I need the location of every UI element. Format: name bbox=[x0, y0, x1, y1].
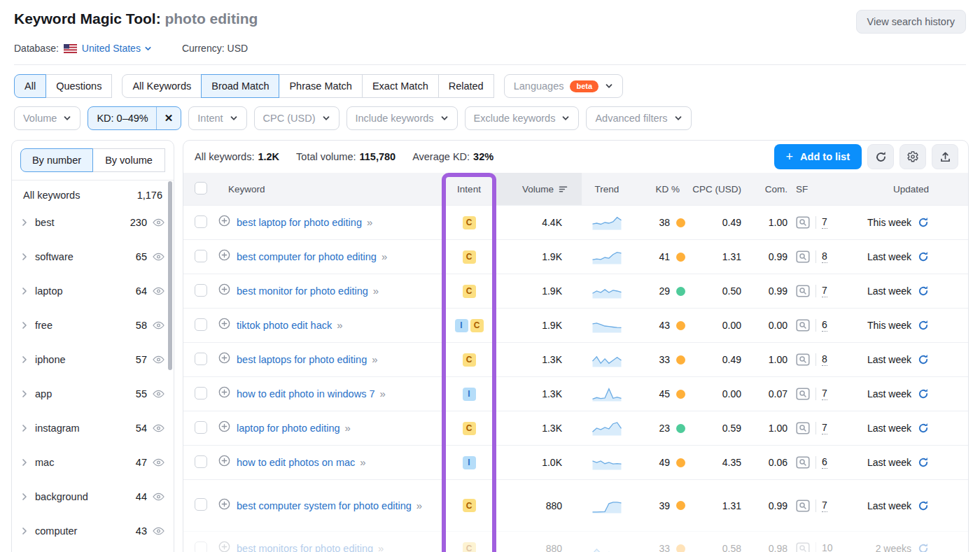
add-keyword-icon[interactable] bbox=[218, 386, 230, 398]
sf-value[interactable]: 7 bbox=[822, 285, 827, 297]
serp-preview-icon[interactable] bbox=[796, 319, 810, 332]
keyword-link[interactable]: how to edit photos on mac bbox=[237, 457, 355, 468]
eye-icon[interactable] bbox=[153, 218, 164, 227]
row-checkbox[interactable] bbox=[195, 387, 207, 399]
refresh-row-icon[interactable] bbox=[918, 457, 929, 468]
add-keyword-icon[interactable] bbox=[218, 455, 230, 467]
expand-keyword-icon[interactable]: » bbox=[360, 456, 365, 468]
refresh-row-icon[interactable] bbox=[918, 354, 929, 365]
serp-preview-icon[interactable] bbox=[796, 388, 810, 400]
row-checkbox[interactable] bbox=[195, 498, 207, 511]
database-selector[interactable]: United States bbox=[82, 43, 152, 54]
eye-icon[interactable] bbox=[153, 355, 164, 364]
keyword-link[interactable]: best computer system for photo editing bbox=[237, 500, 412, 511]
add-keyword-icon[interactable] bbox=[218, 283, 230, 295]
keyword-link[interactable]: best monitor for photo editing bbox=[237, 285, 368, 297]
view-search-history-button[interactable]: View search history bbox=[856, 10, 966, 34]
expand-keyword-icon[interactable]: » bbox=[345, 422, 351, 434]
refresh-row-icon[interactable] bbox=[918, 217, 929, 228]
eye-icon[interactable] bbox=[153, 253, 164, 261]
serp-preview-icon[interactable] bbox=[796, 353, 810, 366]
eye-icon[interactable] bbox=[153, 424, 164, 432]
sidebar-group-item[interactable]: mac 47 bbox=[12, 445, 174, 479]
eye-icon[interactable] bbox=[153, 321, 164, 330]
add-to-list-button[interactable]: + Add to list bbox=[774, 144, 862, 169]
refresh-button[interactable] bbox=[867, 144, 894, 169]
sidebar-group-item[interactable]: iphone 57 bbox=[12, 342, 174, 376]
sidebar-group-item[interactable]: background 44 bbox=[12, 479, 174, 514]
tab-button[interactable]: Broad Match bbox=[201, 74, 279, 98]
settings-gear-button[interactable] bbox=[899, 144, 926, 169]
filter-dropdown[interactable]: Intent bbox=[188, 106, 246, 130]
sf-value[interactable]: 6 bbox=[822, 456, 827, 469]
tab-button[interactable]: Phrase Match bbox=[279, 74, 362, 98]
eye-icon[interactable] bbox=[153, 390, 164, 398]
refresh-row-icon[interactable] bbox=[918, 543, 929, 552]
row-checkbox[interactable] bbox=[195, 353, 207, 365]
refresh-row-icon[interactable] bbox=[918, 285, 929, 297]
keyword-link[interactable]: best monitors for photo editing bbox=[237, 543, 373, 552]
add-keyword-icon[interactable] bbox=[218, 498, 230, 510]
select-all-checkbox[interactable] bbox=[195, 182, 207, 194]
serp-preview-icon[interactable] bbox=[796, 422, 810, 434]
sidebar-group-item[interactable]: software 65 bbox=[12, 239, 174, 274]
keyword-link[interactable]: best laptop for photo editing bbox=[237, 217, 362, 228]
keyword-link[interactable]: best laptops for photo editing bbox=[237, 354, 367, 365]
keyword-link[interactable]: best computer for photo editing bbox=[237, 251, 377, 262]
add-keyword-icon[interactable] bbox=[218, 249, 230, 261]
filter-dropdown[interactable]: Volume bbox=[14, 106, 80, 130]
add-keyword-icon[interactable] bbox=[218, 420, 230, 432]
expand-keyword-icon[interactable]: » bbox=[337, 319, 342, 331]
sf-value[interactable]: 7 bbox=[822, 216, 827, 229]
sidebar-group-item[interactable]: free 58 bbox=[12, 308, 174, 342]
filter-dropdown[interactable]: Exclude keywords bbox=[465, 106, 580, 130]
expand-keyword-icon[interactable]: » bbox=[380, 388, 386, 399]
serp-preview-icon[interactable] bbox=[796, 250, 810, 263]
serp-preview-icon[interactable] bbox=[796, 542, 810, 552]
eye-icon[interactable] bbox=[153, 287, 164, 295]
sidebar-scrollbar[interactable] bbox=[168, 181, 172, 370]
refresh-row-icon[interactable] bbox=[918, 251, 929, 262]
sf-value[interactable]: 8 bbox=[822, 353, 827, 366]
row-checkbox[interactable] bbox=[195, 421, 207, 434]
languages-dropdown[interactable]: Languages beta bbox=[504, 74, 623, 98]
add-keyword-icon[interactable] bbox=[218, 318, 230, 330]
serp-preview-icon[interactable] bbox=[796, 285, 810, 297]
tab-button[interactable]: Exact Match bbox=[362, 74, 439, 98]
keyword-link[interactable]: tiktok photo edit hack bbox=[237, 320, 332, 331]
sf-value[interactable]: 7 bbox=[822, 388, 827, 400]
sf-value[interactable]: 10 bbox=[822, 542, 833, 552]
clear-filter-button[interactable]: ✕ bbox=[156, 107, 181, 129]
expand-keyword-icon[interactable]: » bbox=[367, 216, 372, 228]
serp-preview-icon[interactable] bbox=[796, 500, 810, 512]
row-checkbox[interactable] bbox=[195, 250, 207, 262]
filter-dropdown[interactable]: Include keywords bbox=[346, 106, 458, 130]
keyword-link[interactable]: laptop for photo editing bbox=[237, 423, 340, 434]
sort-toggle-button[interactable]: By volume bbox=[92, 148, 165, 172]
add-keyword-icon[interactable] bbox=[218, 352, 230, 364]
tab-button[interactable]: All Keywords bbox=[122, 74, 202, 98]
sidebar-group-item[interactable]: instagram 54 bbox=[12, 411, 174, 445]
sidebar-group-item[interactable]: best 230 bbox=[12, 205, 174, 239]
sidebar-group-item[interactable]: laptop 64 bbox=[12, 274, 174, 308]
refresh-row-icon[interactable] bbox=[918, 320, 929, 331]
tab-button[interactable]: Related bbox=[438, 74, 494, 98]
serp-preview-icon[interactable] bbox=[796, 216, 810, 229]
export-button[interactable] bbox=[932, 144, 958, 169]
filter-dropdown[interactable]: KD: 0–49% ✕ bbox=[88, 106, 181, 130]
keyword-link[interactable]: how to edit photo in windows 7 bbox=[237, 388, 375, 399]
add-keyword-icon[interactable] bbox=[218, 215, 230, 227]
sidebar-item-all-keywords[interactable]: All keywords 1,176 bbox=[12, 181, 174, 205]
sidebar-group-item[interactable]: app 55 bbox=[12, 376, 174, 411]
column-header-volume[interactable]: Volume bbox=[492, 173, 582, 205]
eye-icon[interactable] bbox=[153, 527, 164, 535]
row-checkbox[interactable] bbox=[195, 455, 207, 468]
serp-preview-icon[interactable] bbox=[796, 456, 810, 469]
row-checkbox[interactable] bbox=[195, 284, 207, 297]
add-keyword-icon[interactable] bbox=[218, 541, 230, 552]
filter-dropdown[interactable]: CPC (USD) bbox=[254, 106, 340, 130]
refresh-row-icon[interactable] bbox=[918, 423, 929, 434]
row-checkbox[interactable] bbox=[195, 318, 207, 331]
eye-icon[interactable] bbox=[153, 458, 164, 467]
sidebar-group-item[interactable]: computer 43 bbox=[12, 514, 174, 548]
